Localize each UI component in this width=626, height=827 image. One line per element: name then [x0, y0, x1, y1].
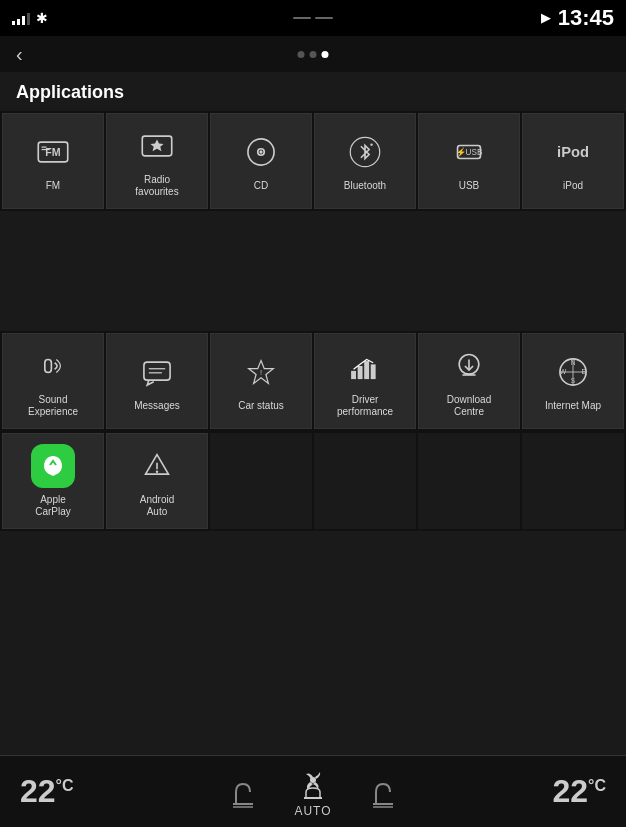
back-button[interactable]: ‹: [16, 43, 23, 66]
media-app-grid: FM FM Radiofavourites CD: [0, 111, 626, 211]
nav-bar: ‹: [0, 36, 626, 72]
svg-rect-15: [144, 362, 170, 380]
svg-rect-20: [351, 371, 356, 379]
nav-dots: [298, 51, 329, 58]
dot-1: [298, 51, 305, 58]
temp-right-value: 22: [552, 773, 588, 810]
internet-map-label: Internet Map: [545, 400, 601, 412]
svg-rect-14: [45, 359, 52, 372]
svg-text:⚡USB: ⚡USB: [456, 147, 483, 158]
status-right: ▶ 13:45: [541, 5, 614, 31]
svg-text:S: S: [571, 377, 576, 384]
temp-right: 22 °C: [552, 773, 606, 810]
ipod-icon: iPod: [551, 130, 595, 174]
seat-right-icon[interactable]: [368, 774, 398, 810]
svg-text:N: N: [571, 359, 576, 366]
messages-icon: [135, 350, 179, 394]
empty-cell-2: [314, 433, 416, 529]
bluetooth-icon: [343, 130, 387, 174]
svg-marker-5: [150, 139, 163, 151]
status-left: ✱: [12, 10, 48, 26]
system-app-grid: SoundExperience Messages ! Car status: [0, 331, 626, 431]
sound-icon: [31, 344, 75, 388]
radio-fav-label: Radiofavourites: [135, 174, 178, 198]
download-icon: [447, 344, 491, 388]
ipod-label: iPod: [563, 180, 583, 192]
app-download[interactable]: DownloadCentre: [418, 333, 520, 429]
app-car-status[interactable]: ! Car status: [210, 333, 312, 429]
android-auto-label: AndroidAuto: [140, 494, 174, 518]
svg-rect-22: [364, 361, 369, 379]
messages-label: Messages: [134, 400, 180, 412]
bottom-controls: AUTO: [228, 766, 398, 818]
app-fm[interactable]: FM FM: [2, 113, 104, 209]
car-status-icon: !: [239, 350, 283, 394]
empty-cell-3: [418, 433, 520, 529]
climate-center[interactable]: AUTO: [288, 766, 338, 818]
usb-icon: ⚡USB: [447, 130, 491, 174]
app-android-auto[interactable]: AndroidAuto: [106, 433, 208, 529]
fm-icon: FM: [31, 130, 75, 174]
seat-left-icon[interactable]: [228, 774, 258, 810]
svg-text:iPod: iPod: [557, 144, 589, 160]
svg-text:E: E: [581, 368, 586, 375]
bluetooth-label: Bluetooth: [344, 180, 386, 192]
status-bar: ✱ ▶ 13:45: [0, 0, 626, 36]
apple-carplay-icon: [31, 444, 75, 488]
app-ipod[interactable]: iPod iPod: [522, 113, 624, 209]
driver-perf-icon: [343, 344, 387, 388]
app-messages[interactable]: Messages: [106, 333, 208, 429]
app-sound-experience[interactable]: SoundExperience: [2, 333, 104, 429]
temp-left: 22 °C: [20, 773, 74, 810]
fm-label: FM: [46, 180, 60, 192]
app-usb[interactable]: ⚡USB USB: [418, 113, 520, 209]
bluetooth-status-icon: ✱: [36, 10, 48, 26]
app-internet-map[interactable]: N S W E Internet Map: [522, 333, 624, 429]
play-icon: ▶: [541, 11, 550, 25]
app-apple-carplay[interactable]: AppleCarPlay: [2, 433, 104, 529]
temp-left-value: 22: [20, 773, 56, 810]
cd-icon: [239, 130, 283, 174]
svg-point-36: [156, 471, 158, 473]
driver-perf-label: Driverperformance: [337, 394, 393, 418]
app-driver-perf[interactable]: Driverperformance: [314, 333, 416, 429]
temp-right-unit: °C: [588, 777, 606, 795]
svg-text:FM: FM: [45, 146, 60, 158]
apple-carplay-label: AppleCarPlay: [35, 494, 71, 518]
fan-icon: [288, 766, 338, 802]
sound-exp-label: SoundExperience: [28, 394, 78, 418]
radio-fav-icon: [135, 124, 179, 168]
dot-2: [310, 51, 317, 58]
clock: 13:45: [558, 5, 614, 31]
svg-point-8: [259, 150, 262, 153]
signal-icon: [12, 11, 30, 25]
dot-3: [322, 51, 329, 58]
app-bluetooth[interactable]: Bluetooth: [314, 113, 416, 209]
status-center-lines: [293, 17, 333, 19]
middle-gap: [0, 211, 626, 331]
empty-cell-1: [210, 433, 312, 529]
svg-text:W: W: [560, 368, 567, 375]
bottom-bar: 22 °C AUTO: [0, 755, 626, 827]
connectivity-app-grid: AppleCarPlay AndroidAuto: [0, 431, 626, 531]
svg-text:!: !: [260, 368, 262, 377]
svg-point-10: [370, 143, 372, 145]
temp-left-unit: °C: [56, 777, 74, 795]
auto-label: AUTO: [294, 804, 331, 818]
empty-cell-4: [522, 433, 624, 529]
android-auto-icon: [135, 444, 179, 488]
cd-label: CD: [254, 180, 268, 192]
car-status-label: Car status: [238, 400, 284, 412]
page-title: Applications: [0, 72, 626, 111]
svg-rect-23: [371, 364, 376, 379]
download-label: DownloadCentre: [447, 394, 491, 418]
app-radio-fav[interactable]: Radiofavourites: [106, 113, 208, 209]
app-cd[interactable]: CD: [210, 113, 312, 209]
internet-map-icon: N S W E: [551, 350, 595, 394]
svg-rect-21: [358, 366, 363, 379]
usb-label: USB: [459, 180, 480, 192]
